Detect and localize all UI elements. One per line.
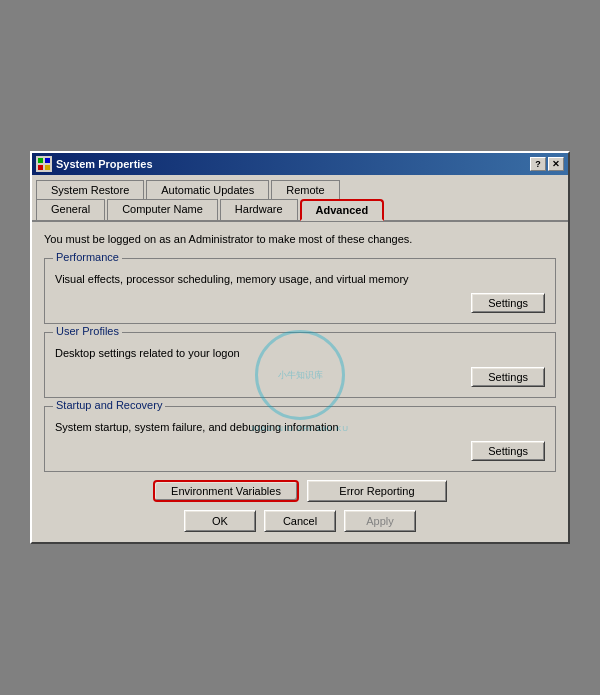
user-profiles-btn-row: Settings <box>55 367 545 387</box>
error-reporting-button[interactable]: Error Reporting <box>307 480 447 502</box>
window-icon <box>36 156 52 172</box>
user-profiles-label: User Profiles <box>53 325 122 337</box>
user-profiles-settings-button[interactable]: Settings <box>471 367 545 387</box>
title-bar-left: System Properties <box>36 156 153 172</box>
tab-automatic-updates[interactable]: Automatic Updates <box>146 180 269 199</box>
main-content: 小牛知识库 XIAO NIU ZHI SHI KU You must be lo… <box>32 220 568 541</box>
window-title: System Properties <box>56 158 153 170</box>
system-properties-dialog: System Properties ? ✕ System Restore Aut… <box>30 151 570 543</box>
tabs-row1-container: System Restore Automatic Updates Remote <box>36 179 564 198</box>
title-bar: System Properties ? ✕ <box>32 153 568 175</box>
performance-btn-row: Settings <box>55 293 545 313</box>
cancel-button[interactable]: Cancel <box>264 510 336 532</box>
performance-label: Performance <box>53 251 122 263</box>
performance-section: Performance Visual effects, processor sc… <box>44 258 556 324</box>
user-profiles-section: User Profiles Desktop settings related t… <box>44 332 556 398</box>
startup-recovery-section: Startup and Recovery System startup, sys… <box>44 406 556 472</box>
startup-recovery-btn-row: Settings <box>55 441 545 461</box>
tab-remote[interactable]: Remote <box>271 180 340 199</box>
startup-recovery-settings-button[interactable]: Settings <box>471 441 545 461</box>
ok-button[interactable]: OK <box>184 510 256 532</box>
svg-rect-0 <box>38 158 43 163</box>
startup-recovery-label: Startup and Recovery <box>53 399 165 411</box>
admin-notice: You must be logged on as an Administrato… <box>44 232 556 247</box>
tabs-row1: System Restore Automatic Updates Remote <box>32 175 568 198</box>
tab-advanced[interactable]: Advanced <box>300 199 385 221</box>
svg-rect-3 <box>45 165 50 170</box>
tab-computer-name[interactable]: Computer Name <box>107 199 218 221</box>
performance-settings-button[interactable]: Settings <box>471 293 545 313</box>
tabs-row2: General Computer Name Hardware Advanced <box>32 198 568 220</box>
svg-rect-2 <box>38 165 43 170</box>
tab-system-restore[interactable]: System Restore <box>36 180 144 199</box>
close-button[interactable]: ✕ <box>548 157 564 171</box>
ok-cancel-row: OK Cancel Apply <box>44 510 556 532</box>
svg-rect-1 <box>45 158 50 163</box>
user-profiles-desc: Desktop settings related to your logon <box>55 347 545 359</box>
title-buttons: ? ✕ <box>530 157 564 171</box>
startup-recovery-desc: System startup, system failure, and debu… <box>55 421 545 433</box>
tab-general[interactable]: General <box>36 199 105 221</box>
env-buttons-row: Environment Variables Error Reporting <box>44 480 556 502</box>
apply-button[interactable]: Apply <box>344 510 416 532</box>
performance-desc: Visual effects, processor scheduling, me… <box>55 273 545 285</box>
tabs-row2-container: General Computer Name Hardware Advanced <box>36 198 564 220</box>
environment-variables-button[interactable]: Environment Variables <box>153 480 299 502</box>
tab-hardware[interactable]: Hardware <box>220 199 298 221</box>
help-button[interactable]: ? <box>530 157 546 171</box>
